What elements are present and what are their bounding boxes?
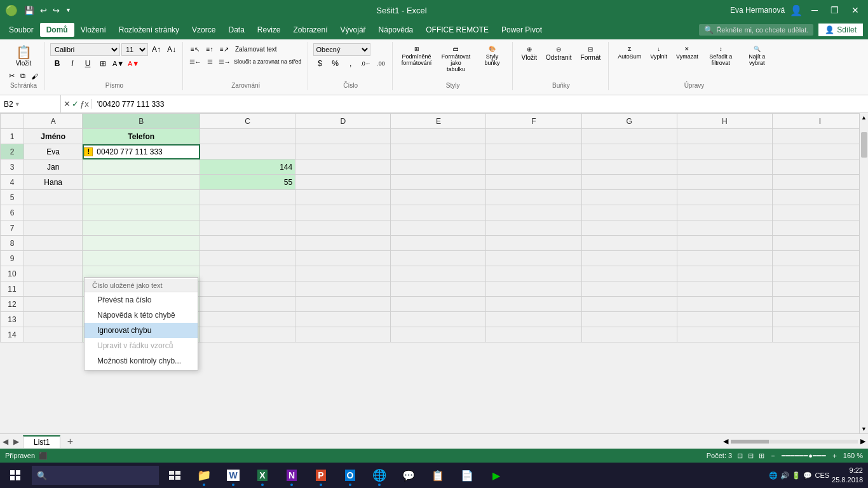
docs-button[interactable]: 📄 [452,463,482,488]
cell-c4[interactable]: 55 [200,175,295,190]
cell-i1[interactable] [772,129,867,144]
clipboard-button[interactable]: 📋 [423,463,452,488]
scroll-up-arrow[interactable]: ▲ [860,113,869,122]
comma-button[interactable]: , [344,57,358,70]
align-top-right-button[interactable]: ≡↗ [217,43,231,55]
cell-h1[interactable] [677,129,772,144]
sheet-tab-list1[interactable]: List1 [23,435,60,448]
align-top-left-button[interactable]: ≡↖ [188,43,202,55]
cell-g2[interactable] [581,144,677,159]
number-format-select[interactable]: Obecný [313,43,370,56]
font-name-select[interactable]: Calibri [50,43,120,56]
menu-office-remote[interactable]: OFFICE REMOTE [419,23,495,37]
row-header-5[interactable]: 5 [1,190,24,205]
menu-vzorce[interactable]: Vzorce [186,23,222,37]
cell-h3[interactable] [677,159,772,175]
horizontal-scrollbar[interactable] [731,440,858,444]
col-header-b[interactable]: B [83,114,200,129]
fill-color-button[interactable]: A▼ [111,57,125,70]
cell-f4[interactable] [486,175,581,190]
cell-f1[interactable] [486,129,581,144]
customize-qat-button[interactable]: ▼ [64,6,73,15]
normal-view-icon[interactable]: ⊡ [737,452,743,460]
currency-button[interactable]: $ [313,57,327,70]
col-header-i[interactable]: I [772,114,867,129]
menu-data[interactable]: Data [222,23,250,37]
paste-button[interactable]: 📋 Vložit [8,43,39,69]
clear-button[interactable]: ✕ Vymazat [672,43,702,62]
onenote-button[interactable]: N [277,463,306,488]
close-button[interactable]: ✕ [848,1,863,19]
align-left-button[interactable]: ☰← [188,56,202,67]
cell-e4[interactable] [391,175,486,190]
cell-a3[interactable]: Jan [24,159,82,175]
zoom-in-icon[interactable]: ＋ [831,451,838,461]
vertical-scrollbar[interactable]: ▲ ▼ [859,113,868,433]
ctx-napoveda-k-chybe[interactable]: Nápověda k této chybě [85,308,198,323]
row-header-13[interactable]: 13 [1,312,24,327]
cell-c3[interactable]: 144 [200,159,295,175]
outlook-button[interactable]: O [336,463,365,488]
scroll-down-arrow[interactable]: ▼ [860,424,869,433]
underline-button[interactable]: U [81,57,95,70]
taskbar-search[interactable]: 🔍 [32,466,159,485]
cell-a4[interactable]: Hana [24,175,82,190]
powerpoint-button[interactable]: P [306,463,336,488]
cell-d1[interactable] [295,129,391,144]
insert-function-button[interactable]: ƒx [80,99,89,109]
row-header-2[interactable]: 2 [1,144,24,159]
col-header-a[interactable]: A [24,114,82,129]
page-layout-icon[interactable]: ⊟ [748,452,754,460]
word-button[interactable]: W [219,463,248,488]
cell-i4[interactable] [772,175,867,190]
add-sheet-button[interactable]: + [63,435,77,449]
menu-vyvojar[interactable]: Vývojář [334,23,372,37]
col-header-d[interactable]: D [295,114,391,129]
menu-power-pivot[interactable]: Power Pivot [495,23,548,37]
bold-button[interactable]: B [50,57,64,70]
font-color-button[interactable]: A▼ [126,57,140,70]
cell-h4[interactable] [677,175,772,190]
copy-button[interactable]: ⧉ [18,71,28,81]
cell-d2[interactable] [295,144,391,159]
cell-d4[interactable] [295,175,391,190]
merge-center-button[interactable]: Sloučit a zarovnat na střed [232,56,304,67]
col-header-f[interactable]: F [486,114,581,129]
row-header-1[interactable]: 1 [1,129,24,144]
minimize-button[interactable]: ─ [808,1,822,19]
align-right-button[interactable]: ☰→ [217,56,231,67]
undo-button[interactable]: ↩ [38,4,49,17]
cell-c5[interactable] [200,190,295,205]
row-header-10[interactable]: 10 [1,266,24,281]
green-app-button[interactable]: ▶ [482,463,511,488]
cell-h2[interactable] [677,144,772,159]
cell-e3[interactable] [391,159,486,175]
cell-a1[interactable]: Jméno [24,129,82,144]
menu-soubor[interactable]: Soubor [3,23,40,37]
ctx-prevest-na-cislo[interactable]: Převést na číslo [85,292,198,308]
row-header-7[interactable]: 7 [1,220,24,236]
cell-f2[interactable] [486,144,581,159]
align-top-center-button[interactable]: ≡↑ [203,43,217,55]
increase-decimal-button[interactable]: .00 [374,57,388,70]
zoom-out-icon[interactable]: － [770,451,776,461]
accept-formula-button[interactable]: ✓ [72,99,79,109]
col-header-g[interactable]: G [581,114,677,129]
decrease-decimal-button[interactable]: .0← [359,57,373,70]
format-as-table-button[interactable]: 🗃 Formátovat jako tabulku [437,43,475,75]
col-header-c[interactable]: C [200,114,295,129]
cell-i2[interactable] [772,144,867,159]
fill-button[interactable]: ↓ Vyplnit [646,43,671,62]
scroll-thumb[interactable] [861,132,867,158]
cell-d3[interactable] [295,159,391,175]
conditional-formatting-button[interactable]: ⊞ Podmíněné formátování [398,43,436,69]
cell-styles-button[interactable]: 🎨 Styly buňky [477,43,508,69]
cell-reference-box[interactable]: B2 ▼ [0,95,61,112]
menu-vlozeni[interactable]: Vložení [74,23,112,37]
restore-button[interactable]: ❐ [827,1,843,19]
col-header-h[interactable]: H [677,114,772,129]
cell-c2[interactable] [200,144,295,159]
wrap-text-button[interactable]: Zalamovat text [232,43,280,55]
cell-b4[interactable] [83,175,200,190]
file-explorer-button[interactable]: 📁 [189,463,219,488]
